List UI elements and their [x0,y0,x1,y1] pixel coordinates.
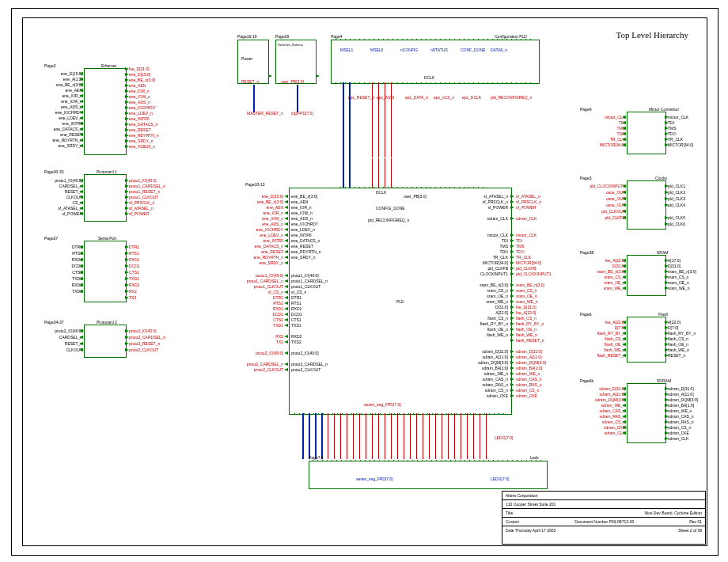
net: D[31:0] [581,264,625,268]
net: flash_RY_BY_n [668,331,696,336]
net: DATA0_n [491,47,507,52]
pin-icon [284,307,288,310]
pin-icon [284,313,288,316]
page-ref-sdram: Page6b [580,378,593,383]
net: TX2 [129,295,136,300]
pin-icon [665,216,669,219]
pin-icon [510,361,514,364]
net: proto1_CARDSEL_n [291,279,328,283]
net: sdram_CAS_n [467,377,508,382]
pin-icon [622,270,626,273]
net: ene_ADS_n [47,104,82,109]
net: MICTOR[34:0] [467,260,508,265]
net: flash_RESET_n [578,353,625,358]
net: RXD1 [55,257,82,262]
net: DTR1 [291,295,301,300]
net: MSEL0 [370,47,383,52]
wire [372,413,373,459]
wire [404,413,404,459]
pin-icon [622,420,626,423]
net: nSTATUS [430,47,448,52]
net: TXD1 [129,276,139,281]
bus [297,85,298,112]
net: flash_RY_BY_n [467,321,508,326]
net: ene_SRDY_n [47,143,82,148]
wire [486,413,487,459]
net: flash_WE_n [467,332,508,337]
pin-icon [665,259,669,262]
wire [334,413,335,459]
pin-icon [665,222,669,226]
net: sdram_A[11:0] [467,355,508,359]
net: pld_CLOCKINPUT1 [578,184,625,188]
net: ene_IOW_n [47,99,82,104]
pin-icon [79,111,83,114]
wire [410,413,411,459]
net: proto1_IO[40:0] [291,273,319,278]
pin-icon [316,74,320,78]
net: epc_DCLK [462,95,481,100]
pin-icon [665,409,669,412]
net: DCD1 [55,264,82,268]
pin-icon [510,234,514,237]
wire [442,413,442,459]
net: A[17:0] [668,258,681,263]
net: TR_CLK [516,255,531,260]
pin-icon [79,252,83,255]
pin-icon [284,285,288,288]
pin-icon [622,337,626,340]
pin-icon [622,409,626,412]
pin-icon [510,267,514,270]
wire [423,413,423,459]
net: proto2_IO[40:0] [38,328,82,333]
block-protocard1 [84,174,127,222]
net: sdram_RAS_n [467,382,508,387]
net: seven_seg_FPD[7:0] [356,477,393,481]
pin-icon [665,138,669,141]
net: sdram_CLK [467,216,508,221]
net: fse_A[22:0] [581,258,625,263]
net: sdram_D[31:0] [516,349,542,354]
pin-icon [510,350,514,353]
net: sdram_D[31:0] [578,386,625,391]
net: sram_OE_n [516,294,537,298]
net: ene_BE_n[3:0] [47,82,82,87]
net: ene_AEN [129,83,146,88]
pin-icon [622,398,626,401]
pin-icon [665,415,669,418]
wire [302,413,304,459]
pin-icon [125,123,129,126]
pin-icon [79,271,83,274]
pin-icon [125,89,129,93]
net: mictor_CLK [668,115,688,120]
net: sdram_WE_n [467,371,508,376]
pin-icon [510,206,514,209]
page-ref-eth: Page2 [44,63,55,68]
pins [336,39,533,40]
net: ene_IOW_n [239,216,283,221]
pin-icon [665,343,669,346]
net: RXD2 [291,334,301,339]
wire [353,413,354,459]
net: D[7:0] [578,325,625,330]
pin-icon [510,383,514,386]
tb-title: Nios Dev Board, Cyclone Edition [644,511,702,515]
pin-icon [665,203,669,207]
pin-icon [284,245,288,248]
page-ref-clk: Page3 [580,176,591,180]
pld-reconfig: pld_RECONFIGREQ_n [368,218,409,222]
pin-icon [79,127,83,131]
bus [343,163,344,188]
pin-icon [622,287,626,290]
net: TDI [668,120,674,125]
block-pld-name: PLD [396,299,404,304]
net: flash_OE_n [578,342,625,347]
net: epc_RESET_n [348,95,374,100]
net: pld_CLK1 [668,184,685,188]
net: flash_RY_BY_n [578,331,625,336]
net: ene_ADS_n [291,216,313,221]
pin-icon [79,201,83,204]
net: sdram_D[31:0] [668,386,694,391]
wire [378,158,379,188]
block-switches-name: Switches_Buttons [278,43,303,47]
